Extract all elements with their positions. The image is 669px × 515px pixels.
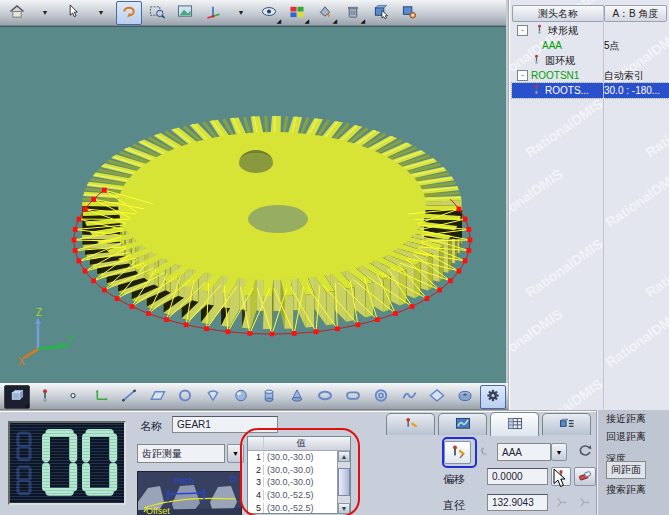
tree-header: 测头名称 A：B 角度 xyxy=(512,5,667,22)
watermark-text: RationalDMIS xyxy=(642,96,669,161)
tree-row-roots[interactable]: ROOTS...30.0 : -180... xyxy=(512,83,669,98)
patch-button[interactable] xyxy=(424,385,450,409)
probe-select[interactable]: AAA xyxy=(497,443,551,461)
expander-icon[interactable]: - xyxy=(517,70,528,81)
view-toolbar: ▼▼▼◢◢◢◢ xyxy=(0,0,506,26)
probe-select-dropdown-button[interactable]: ▼ xyxy=(551,443,567,461)
value-row-4[interactable]: 4(30.0,-52.5) xyxy=(248,489,337,502)
tab-table[interactable] xyxy=(490,412,539,436)
watermark-text: RationalDMIS xyxy=(642,236,669,301)
watermark-text: RationalDMIS xyxy=(522,96,605,161)
feature-edit-panel: 名称 齿距测量 ▼ Pitch D Offset xyxy=(0,410,596,515)
torus-button[interactable] xyxy=(368,385,394,409)
probe-right-2-button[interactable] xyxy=(574,494,594,512)
settings-cube-button[interactable] xyxy=(396,1,422,25)
home-button[interactable] xyxy=(4,1,30,25)
value-row-1[interactable]: 1(30.0,-30.0) xyxy=(248,451,337,464)
sphere-button[interactable] xyxy=(228,385,254,409)
measure-mode-dropdown-button[interactable]: ▼ xyxy=(227,444,244,463)
circle-button[interactable] xyxy=(172,385,198,409)
render-tools-icon xyxy=(316,4,334,21)
offset-input[interactable] xyxy=(487,468,548,485)
coordinate-system-icon xyxy=(92,388,110,405)
tree-row-aaa[interactable]: AAA5点 xyxy=(512,38,669,53)
home-dropdown[interactable]: ▼ xyxy=(32,2,58,24)
3d-viewport[interactable]: ZYX xyxy=(0,26,506,383)
slot-icon xyxy=(344,388,362,405)
arc-button[interactable] xyxy=(200,385,226,409)
corner-caret-icon: ◢ xyxy=(360,19,365,24)
tab-graph[interactable] xyxy=(438,413,487,435)
view-eye-button[interactable]: ◢ xyxy=(256,1,282,25)
gear-button[interactable] xyxy=(480,385,506,409)
diameter-input[interactable] xyxy=(487,494,548,511)
delete-trash-icon xyxy=(344,4,362,21)
circle-icon xyxy=(176,388,194,405)
arc-icon xyxy=(204,388,222,405)
expander-icon[interactable]: - xyxy=(517,25,528,36)
scroll-thumb[interactable] xyxy=(338,468,350,496)
zoom-window-button[interactable] xyxy=(144,1,170,25)
tab-feature[interactable] xyxy=(542,413,591,435)
scroll-down-icon[interactable]: ▼ xyxy=(338,503,350,514)
plane-button[interactable] xyxy=(144,385,170,409)
distance-labels-panel: 接近距离回退距离深度间距面搜索距离 xyxy=(596,410,669,515)
cylinder-button[interactable] xyxy=(256,385,282,409)
color-palette-button[interactable]: ◢ xyxy=(284,1,310,25)
delete-trash-button[interactable]: ◢ xyxy=(340,1,366,25)
fit-view-button[interactable] xyxy=(172,1,198,25)
feature-name-input[interactable] xyxy=(172,416,278,433)
disc-icon xyxy=(456,388,474,405)
point-button[interactable] xyxy=(60,385,86,409)
value-row-5[interactable]: 5(30.0,-52.5) xyxy=(248,501,337,514)
cone-button[interactable] xyxy=(284,385,310,409)
tab-probe[interactable] xyxy=(386,413,435,435)
disc-button[interactable] xyxy=(452,385,478,409)
rotate-view-button[interactable] xyxy=(116,1,142,25)
probe-calibrate-button[interactable] xyxy=(444,441,471,464)
watermark-text: RationalDMIS xyxy=(602,166,669,231)
select-cursor-button[interactable] xyxy=(60,1,86,25)
render-tools-button[interactable]: ◢ xyxy=(312,1,338,25)
tree-row-[interactable]: -球形规 xyxy=(512,23,669,38)
probe-icon xyxy=(36,388,54,405)
corner-caret-icon: ◢ xyxy=(24,403,29,408)
value-column-header[interactable]: 值 xyxy=(264,437,338,450)
probe-select-value: AAA xyxy=(498,447,550,458)
tree-row-[interactable]: 圆环规 xyxy=(512,53,669,68)
line-button[interactable] xyxy=(116,385,142,409)
pick-cube-button[interactable] xyxy=(368,1,394,25)
machine-cube-button[interactable]: ◢ xyxy=(4,385,30,409)
rotate-view-icon xyxy=(120,4,138,21)
cylinder-icon xyxy=(260,388,278,405)
measure-offset-button[interactable] xyxy=(551,467,571,486)
select-cursor-dropdown[interactable]: ▼ xyxy=(88,2,114,24)
column-header-ab-angle[interactable]: A：B 角度 xyxy=(604,5,667,22)
refresh-rotate-button[interactable] xyxy=(574,441,596,462)
graph-screen-icon xyxy=(454,416,472,433)
column-header-probe-name[interactable]: 测头名称 xyxy=(512,5,604,22)
coordinate-axes-button[interactable] xyxy=(200,1,226,25)
value-list: 值 1(30.0,-30.0)2(30.0,-30.0)3(30.0,-30.0… xyxy=(247,436,351,514)
value-list-scrollbar[interactable]: ▲ ▼ xyxy=(337,451,350,514)
cube-list-icon xyxy=(558,416,576,433)
view-eye-icon xyxy=(260,4,278,21)
measure-mode-select[interactable]: 齿距测量 xyxy=(137,444,225,463)
coordinate-axes-dropdown[interactable]: ▼ xyxy=(228,2,254,24)
scroll-up-icon[interactable]: ▲ xyxy=(338,451,350,462)
value-row-2[interactable]: 2(30.0,-30.0) xyxy=(248,464,337,477)
curve-button[interactable] xyxy=(396,385,422,409)
watermark-text: RationalDMIS xyxy=(522,376,605,410)
probe-right-button[interactable] xyxy=(551,494,571,512)
pitch-diagram: Pitch D Offset xyxy=(137,471,242,515)
slot-button[interactable] xyxy=(340,385,366,409)
distance-label-3[interactable]: 间距面 xyxy=(606,461,646,479)
probe-button[interactable] xyxy=(32,385,58,409)
coordinate-system-button[interactable] xyxy=(88,385,114,409)
edit-eraser-button[interactable] xyxy=(574,467,596,486)
tree-row-rootsn1[interactable]: -ROOTSN1自动索引 xyxy=(512,68,669,83)
value-row-3[interactable]: 3(30.0,-30.0) xyxy=(248,476,337,489)
probe-small-button[interactable] xyxy=(474,443,494,462)
ellipse-button[interactable] xyxy=(312,385,338,409)
cone-icon xyxy=(288,388,306,405)
